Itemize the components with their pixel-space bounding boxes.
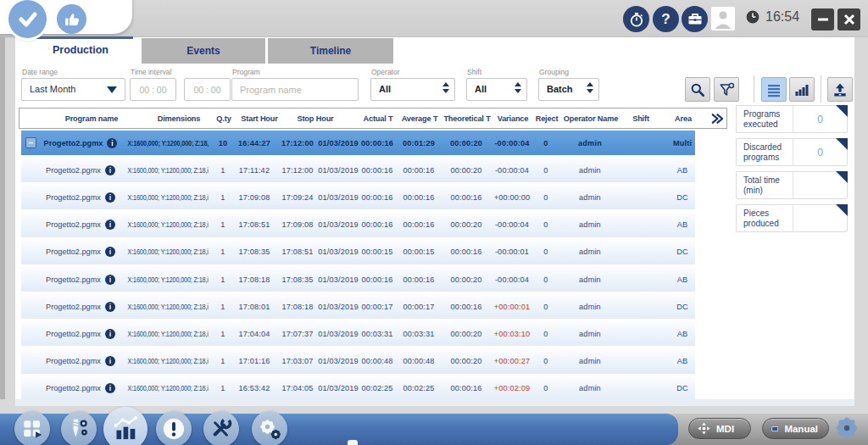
cell-actual: 00:00:48 (358, 357, 397, 365)
minimize-button[interactable] (811, 8, 834, 31)
table-row[interactable]: Progetto2.pgmxiX:1600,000; Y:1200,000; Z… (21, 185, 695, 209)
cell-average: 00:00:16 (397, 275, 441, 284)
table-row[interactable]: Progetto2.pgmxiX:1600,000; Y:1200,000; Z… (21, 158, 695, 182)
cell-program: Progetto2.pgmxi (39, 247, 122, 257)
table-row[interactable]: Progetto2.pgmxiX:1600,000; Y:1200,000; Z… (21, 349, 695, 374)
cell-reject: 0 (532, 384, 559, 392)
toolbar-separator (754, 75, 754, 103)
cell-date: 01/03/2019 (319, 275, 358, 284)
cell-dims: X:1600,000; Y:1200,000; Z:18,i (122, 220, 214, 229)
cell-program: Progetto2.pgmxi (39, 165, 122, 175)
bottom-settings-button[interactable] (834, 415, 860, 441)
cell-stop: 17:07:37 (276, 330, 319, 338)
cell-theoretical: 00:00:20 (441, 357, 492, 365)
alarms-nav-button[interactable] (156, 411, 192, 445)
cell-theoretical: 00:00:20 (441, 330, 492, 338)
gear-icon (834, 415, 860, 441)
close-button[interactable] (837, 8, 860, 31)
chart-view-button[interactable] (789, 77, 815, 102)
cell-average: 00:00:16 (397, 166, 441, 175)
cell-average: 00:00:16 (397, 220, 441, 229)
minimize-icon (817, 14, 829, 25)
status-check-badge[interactable] (8, 0, 47, 38)
info-icon[interactable]: i (105, 165, 115, 175)
cell-operator: admin (559, 139, 620, 147)
info-icon[interactable]: i (105, 302, 115, 312)
question-mark-icon: ? (661, 11, 670, 28)
info-icon[interactable]: i (105, 329, 115, 339)
list-view-button[interactable] (761, 77, 787, 102)
table-row[interactable]: Progetto2.pgmxiX:1600,000; Y:1200,000; Z… (21, 240, 695, 264)
table-row[interactable]: Progetto2.pgmxiX:1600,000; Y:1200,000; Z… (21, 213, 695, 237)
cell-area: DC (659, 248, 695, 256)
statistics-nav-button-active[interactable] (103, 407, 147, 445)
cell-theoretical: 00:00:20 (441, 139, 492, 147)
settings-nav-button[interactable] (252, 411, 287, 445)
clock-icon (746, 10, 760, 24)
gears-icon (255, 414, 284, 443)
summary-card-label: Total time (min) (737, 172, 793, 198)
cell-start: 17:11:42 (232, 166, 276, 175)
summary-card-label: Programs executed (737, 106, 793, 132)
collapse-row-button[interactable]: – (25, 137, 36, 148)
thumbs-up-button[interactable] (57, 4, 86, 34)
machining-nav-button[interactable] (61, 411, 97, 445)
user-icon (711, 7, 735, 31)
program-name: Progetto2.pgmx (46, 166, 101, 175)
cell-operator: admin (559, 303, 620, 311)
info-icon[interactable]: i (105, 383, 115, 393)
table-row[interactable]: Progetto2.pgmxiX:1600,000; Y:1200,000; Z… (21, 267, 695, 292)
info-icon[interactable]: i (105, 192, 115, 203)
export-button[interactable] (827, 77, 853, 102)
info-icon[interactable]: i (105, 356, 115, 366)
cell-reject: 0 (532, 357, 559, 365)
program-name: Progetto2.pgmx (46, 357, 101, 365)
cell-area: AB (659, 220, 695, 229)
cell-operator: admin (559, 330, 620, 338)
dimensions-text: X:1600,000; Y:1200,000; Z:18,i (127, 384, 208, 392)
cell-average: 00:00:16 (397, 193, 441, 202)
info-icon[interactable]: i (107, 138, 117, 148)
corner-triangle-icon (836, 204, 848, 216)
cell-reject: 0 (532, 220, 559, 229)
cell-operator: admin (559, 248, 620, 256)
cell-dims: X:1600,000; Y:1200,000; Z:18, (122, 139, 214, 147)
cell-variance: -00:00:04 (492, 139, 532, 147)
modules-nav-button[interactable] (14, 411, 50, 445)
manual-mode-button[interactable]: Manual (762, 418, 829, 439)
alert-icon (159, 414, 188, 443)
cell-variance: -00:00:04 (492, 275, 532, 284)
table-row[interactable]: Progetto2.pgmxiX:1600,000; Y:1200,000; Z… (21, 294, 695, 319)
cell-qty: 1 (214, 248, 232, 256)
summary-card[interactable]: Pieces produced (736, 204, 848, 232)
user-avatar[interactable] (711, 7, 735, 31)
cell-start: 16:44:27 (232, 139, 276, 147)
cell-area: AB (659, 330, 695, 338)
mdi-button[interactable]: MDI (688, 418, 751, 439)
dimensions-text: X:1600,000; Y:1200,000; Z:18,i (127, 166, 208, 175)
table-row[interactable]: –Progetto2.pgmxiX:1600,000; Y:1200,000; … (21, 131, 695, 155)
cell-theoretical: 00:00:20 (441, 220, 492, 229)
table-row[interactable]: Progetto2.pgmxiX:1600,000; Y:1200,000; Z… (21, 376, 695, 399)
info-icon[interactable]: i (105, 220, 115, 230)
program-name: Progetto2.pgmx (46, 330, 101, 338)
summary-card[interactable]: Discarded programs0 (736, 138, 848, 166)
info-icon[interactable]: i (105, 275, 115, 285)
stopwatch-button[interactable] (623, 6, 649, 32)
info-icon[interactable]: i (105, 247, 115, 257)
panel-bottom-shadow (15, 399, 854, 406)
cell-variance: +00:00:01 (492, 303, 532, 311)
cell-reject: 0 (532, 193, 559, 202)
toolbox-button[interactable] (682, 6, 708, 32)
cell-date: 01/03/2019 (319, 384, 358, 392)
cell-stop: 17:09:24 (276, 193, 319, 202)
filter-button[interactable] (714, 77, 739, 102)
summary-card[interactable]: Programs executed0 (736, 105, 848, 133)
table-row[interactable]: Progetto2.pgmxiX:1600,000; Y:1200,000; Z… (21, 321, 695, 346)
program-name: Progetto2.pgmx (46, 193, 101, 202)
program-name: Progetto2.pgmx (46, 275, 101, 284)
summary-card-label: Pieces produced (737, 205, 793, 231)
tools-nav-button[interactable] (203, 411, 239, 445)
help-button[interactable]: ? (653, 6, 679, 32)
summary-card[interactable]: Total time (min) (736, 171, 848, 199)
